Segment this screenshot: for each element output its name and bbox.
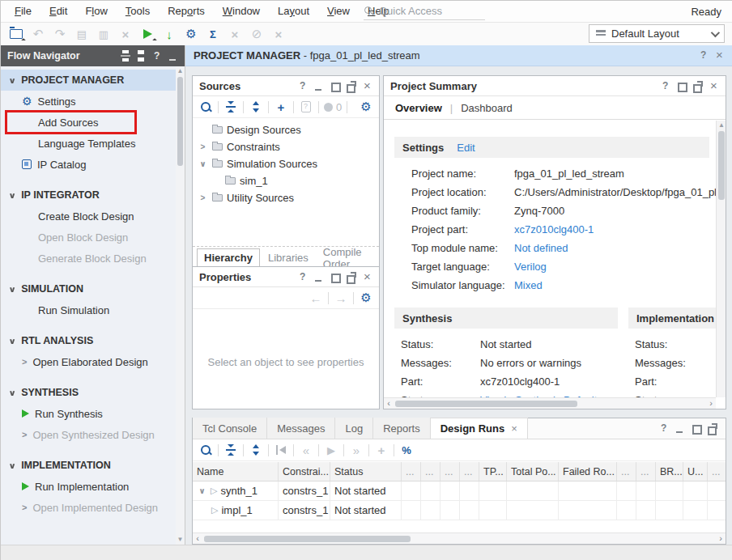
close-icon[interactable] (714, 50, 725, 61)
summary-value-link[interactable]: xc7z010clg400-1 (514, 223, 594, 235)
minimize-icon[interactable] (313, 272, 324, 282)
project-summary-hscrollbar[interactable]: ‹ › (384, 397, 716, 409)
menu-item-view[interactable]: View (318, 1, 359, 22)
tab-hierarchy[interactable]: Hierarchy (197, 248, 260, 267)
tab-log[interactable]: Log (335, 418, 373, 439)
cancel-run-icon[interactable]: × (228, 27, 242, 41)
close-tab-icon[interactable]: × (511, 422, 517, 435)
tab-libraries[interactable]: Libraries (262, 249, 315, 266)
help-icon[interactable] (151, 51, 162, 62)
flow-item-run-simulation[interactable]: Run Simulation (1, 299, 185, 320)
tab-dashboard[interactable]: Dashboard (461, 102, 513, 114)
menu-item-window[interactable]: Window (214, 1, 269, 22)
help-icon[interactable] (660, 81, 670, 91)
flow-section-header-project-manager[interactable]: ∨PROJECT MANAGER (1, 70, 185, 91)
menu-item-tools[interactable]: Tools (117, 1, 159, 22)
menu-item-flow[interactable]: Flow (76, 1, 116, 22)
scroll-up-icon[interactable]: ▲ (176, 66, 185, 76)
delete-icon[interactable]: × (118, 27, 133, 41)
column-header-constrai[interactable]: Constrai... (279, 462, 330, 481)
flow-section-header-ip-integrator[interactable]: ∨IP INTEGRATOR (1, 185, 185, 206)
quick-access-input[interactable]: Quick Access (364, 2, 485, 20)
run-all-steps-icon[interactable]: ↓ (162, 27, 177, 41)
column-header-failed-ro[interactable]: Failed Ro... (559, 462, 617, 481)
percent-icon[interactable]: % (399, 443, 414, 457)
minimize-icon[interactable] (313, 81, 324, 91)
float-icon[interactable] (707, 423, 717, 434)
close-icon[interactable] (362, 272, 372, 282)
tree-item-sim-1[interactable]: sim_1 (193, 172, 379, 189)
stop-run-icon[interactable]: × (271, 27, 286, 41)
column-header-more[interactable]: ... (402, 462, 421, 481)
maximize-icon[interactable] (676, 81, 687, 91)
messages-badge-icon[interactable]: 0 (324, 100, 342, 114)
column-header-name[interactable]: Name (193, 462, 279, 481)
scroll-up-icon[interactable]: ▲ (717, 121, 726, 130)
tab-tcl-console[interactable]: Tcl Console (193, 418, 267, 439)
back-icon[interactable]: ← (309, 291, 323, 305)
flow-section-header-implementation[interactable]: ∨IMPLEMENTATION (1, 455, 185, 476)
collapse-all-icon[interactable] (121, 50, 130, 62)
tree-item-utility-sources[interactable]: >Utility Sources (193, 189, 379, 206)
settings-gear-icon[interactable]: ⚙ (359, 291, 373, 305)
column-header-tp[interactable]: TP... (479, 462, 507, 481)
flow-item-add-sources[interactable]: Add Sources (1, 112, 185, 133)
help-icon[interactable] (297, 81, 308, 91)
tree-item-simulation-sources[interactable]: ∨Simulation Sources (193, 155, 379, 172)
tab-design-runs[interactable]: Design Runs× (431, 418, 528, 439)
run-row-synth-1[interactable]: ∨▷synth_1constrs_1Not started (193, 482, 726, 501)
tab-overview[interactable]: Overview (395, 102, 442, 114)
maximize-icon[interactable] (330, 272, 340, 282)
help-icon[interactable] (658, 423, 669, 434)
flow-section-header-simulation[interactable]: ∨SIMULATION (1, 278, 185, 299)
go-first-icon[interactable] (274, 443, 288, 457)
menu-item-layout[interactable]: Layout (269, 1, 318, 22)
search-icon[interactable] (198, 100, 213, 114)
add-sources-icon[interactable]: + (274, 100, 288, 114)
column-header-more[interactable]: ... (440, 462, 460, 481)
disable-run-icon[interactable]: ⊘ (249, 27, 264, 41)
column-header-more[interactable]: ... (421, 462, 440, 481)
flow-item-open-synthesized-design[interactable]: >Open Synthesized Design (1, 424, 185, 445)
menu-item-edit[interactable]: Edit (40, 1, 76, 22)
column-header-more[interactable]: ... (708, 462, 726, 481)
help-icon[interactable] (297, 272, 308, 282)
scroll-left-icon[interactable]: ‹ (193, 533, 202, 545)
flow-item-open-elaborated-design[interactable]: >Open Elaborated Design (1, 351, 185, 372)
create-run-icon[interactable]: + (374, 443, 389, 457)
close-icon[interactable] (709, 81, 719, 91)
float-icon[interactable] (346, 272, 356, 282)
menu-item-reports[interactable]: Reports (159, 1, 214, 22)
column-header-more[interactable]: ... (460, 462, 479, 481)
copy-icon[interactable]: ▤ (74, 27, 89, 41)
play-run-icon[interactable]: ▶ (324, 443, 338, 457)
tab-messages[interactable]: Messages (267, 418, 335, 439)
forward-icon[interactable]: → (334, 291, 348, 305)
summary-value-link[interactable]: Mixed (514, 279, 543, 291)
flow-item-language-templates[interactable]: Language Templates (1, 133, 185, 154)
step-forward-icon[interactable]: » (349, 443, 364, 457)
scroll-down-icon[interactable]: ▼ (176, 535, 185, 545)
flow-section-header-synthesis[interactable]: ∨SYNTHESIS (1, 382, 185, 403)
chevron-down-icon[interactable]: ∨ (197, 486, 207, 495)
summary-value-link[interactable]: Verilog (514, 261, 547, 273)
expand-all-icon[interactable] (249, 100, 263, 114)
expand-all-icon[interactable] (136, 50, 146, 62)
collapse-all-icon[interactable] (223, 100, 238, 114)
flow-item-generate-block-design[interactable]: Generate Block Design (1, 248, 185, 269)
tab-reports[interactable]: Reports (373, 418, 431, 439)
flow-item-open-block-design[interactable]: Open Block Design (1, 227, 185, 248)
column-header-br[interactable]: BR... (656, 462, 683, 481)
run-row-impl-1[interactable]: ▷impl_1constrs_1Not started (193, 501, 726, 520)
expand-all-icon[interactable] (249, 443, 263, 457)
maximize-icon[interactable] (691, 423, 701, 434)
menu-item-file[interactable]: File (6, 1, 40, 22)
search-icon[interactable] (198, 443, 213, 457)
settings-gear-icon[interactable]: ⚙ (359, 100, 373, 114)
scroll-right-icon[interactable]: › (716, 533, 726, 545)
step-back-icon[interactable]: « (299, 443, 313, 457)
scroll-left-icon[interactable]: ‹ (384, 398, 394, 409)
scroll-right-icon[interactable]: › (706, 398, 716, 409)
tree-item-design-sources[interactable]: Design Sources (193, 121, 379, 138)
help-icon[interactable] (698, 50, 709, 61)
